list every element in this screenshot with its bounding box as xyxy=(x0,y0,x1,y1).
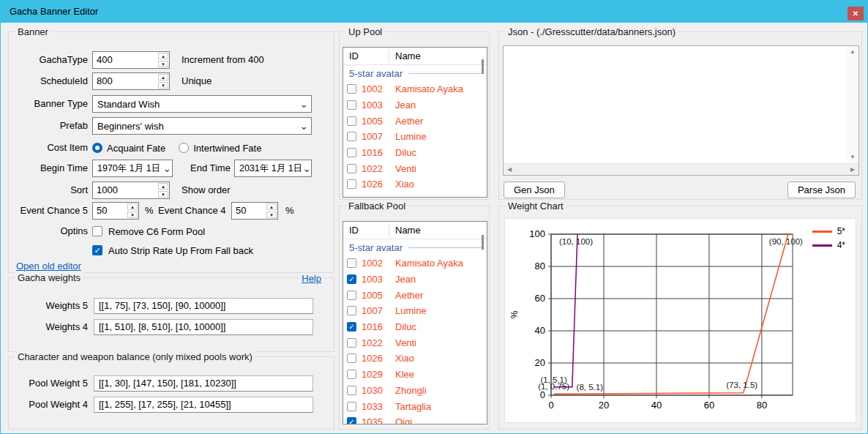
scrollbar-thumb[interactable] xyxy=(482,235,484,250)
banner-type-select[interactable]: Standard Wish ⌄ xyxy=(92,95,312,113)
svg-text:20: 20 xyxy=(599,400,609,411)
vertical-scrollbar[interactable]: ▲ ▼ xyxy=(847,46,858,163)
row-checkbox[interactable]: ✓ xyxy=(347,322,356,332)
pool-row[interactable]: 1030Zhongli xyxy=(343,383,487,399)
row-checkbox[interactable]: ✓ xyxy=(347,274,356,284)
weight-chart-title: Weight Chart xyxy=(505,201,566,212)
parse-json-button[interactable]: Parse Json xyxy=(787,182,856,198)
intertwined-fate-radio[interactable] xyxy=(179,143,189,153)
fallback-pool-list[interactable]: ID Name 5-star avatar 1002Kamisato Ayaka… xyxy=(343,221,487,424)
scheduleid-input[interactable]: 800 ▲ ▼ xyxy=(92,72,170,90)
gen-json-button[interactable]: Gen Json xyxy=(504,182,565,198)
acquaint-fate-radio[interactable] xyxy=(92,143,102,153)
row-checkbox[interactable] xyxy=(347,338,356,348)
close-button[interactable]: ✕ xyxy=(848,7,864,20)
pool-row[interactable]: 1022Venti xyxy=(343,334,487,351)
end-time-picker[interactable]: 2031年 1月 1日 ⌄ xyxy=(234,160,312,177)
up-pool-title: Up Pool xyxy=(345,26,385,37)
row-checkbox[interactable]: ✓ xyxy=(347,417,356,424)
event-chance-5-value: 50 xyxy=(93,203,127,219)
row-checkbox[interactable] xyxy=(347,370,356,379)
scrollbar-thumb[interactable] xyxy=(482,59,484,74)
row-checkbox[interactable] xyxy=(347,179,356,189)
gachatype-input[interactable]: 400 ▲ ▼ xyxy=(92,51,170,69)
spin-up-icon[interactable]: ▲ xyxy=(266,203,277,210)
pool-row[interactable]: 1016Diluc xyxy=(343,145,487,161)
json-textarea[interactable]: ▲ ▼ ◀ ▶ xyxy=(503,45,859,176)
spin-down-icon[interactable]: ▼ xyxy=(127,212,138,218)
weights-5-input[interactable]: [[1, 75], [73, 150], [90, 10000]] xyxy=(94,298,313,314)
pool-row[interactable]: ✓1003Jean xyxy=(343,272,487,288)
pool-row[interactable]: 1022Venti xyxy=(343,160,487,176)
row-checkbox[interactable] xyxy=(347,353,356,363)
pool-weight-5-input[interactable]: [[1, 30], [147, 150], [181, 10230]] xyxy=(94,375,313,392)
svg-text:0: 0 xyxy=(548,400,553,411)
begin-time-picker[interactable]: 1970年 1月 1日 ⌄ xyxy=(92,160,173,177)
chart-legend: 5*4* xyxy=(812,226,845,254)
prefab-label: Prefab xyxy=(12,117,88,135)
row-checkbox[interactable] xyxy=(347,258,356,268)
row-checkbox[interactable] xyxy=(347,132,356,141)
row-checkbox[interactable] xyxy=(347,148,356,157)
event-chance-5-input[interactable]: 50 ▲ ▼ xyxy=(92,202,139,220)
pool-row[interactable]: 1026Xiao xyxy=(343,176,487,192)
row-name: Diluc xyxy=(395,147,416,158)
scroll-up-icon[interactable]: ▲ xyxy=(847,46,858,58)
weights-4-input[interactable]: [[1, 510], [8, 510], [10, 10000]] xyxy=(94,319,313,335)
row-checkbox[interactable] xyxy=(347,164,356,173)
pool-row[interactable]: 1026Xiao xyxy=(343,351,487,367)
pool-row[interactable]: 1007Lumine xyxy=(343,303,487,319)
row-checkbox[interactable] xyxy=(347,386,356,395)
spin-up-icon[interactable]: ▲ xyxy=(158,74,168,81)
pool-row[interactable]: 1005Aether xyxy=(343,113,487,129)
remove-c6-checkbox[interactable] xyxy=(92,226,102,236)
spin-up-icon[interactable]: ▲ xyxy=(158,53,168,59)
pool-row[interactable]: ✓1016Diluc xyxy=(343,319,487,335)
spin-down-icon[interactable]: ▼ xyxy=(158,61,168,67)
open-old-editor-link[interactable]: Open old editor xyxy=(16,261,81,272)
svg-text:(1, 0.75): (1, 0.75) xyxy=(538,382,569,391)
title-bar[interactable]: Gacha Banner Editor ✕ xyxy=(1,1,867,23)
pool-row[interactable]: ✓1035Qiqi xyxy=(343,414,487,424)
up-pool-list[interactable]: ID Name 5-star avatar 1002Kamisato Ayaka… xyxy=(343,47,487,198)
scroll-left-icon[interactable]: ◀ xyxy=(504,164,515,176)
row-checkbox[interactable] xyxy=(347,84,356,94)
row-checkbox[interactable] xyxy=(347,306,356,315)
pool-row[interactable]: 1002Kamisato Ayaka xyxy=(343,255,487,272)
scroll-right-icon[interactable]: ▶ xyxy=(847,164,858,176)
spin-down-icon[interactable]: ▼ xyxy=(158,82,168,89)
pool-section-header[interactable]: 5-star avatar xyxy=(343,239,487,255)
fallback-pool-group: Fallback Pool ID Name 5-star avatar 1002… xyxy=(339,206,490,430)
spin-down-icon[interactable]: ▼ xyxy=(266,212,277,218)
row-checkbox[interactable] xyxy=(347,100,356,110)
scroll-down-icon[interactable]: ▼ xyxy=(847,151,858,163)
auto-strip-checkbox[interactable]: ✓ xyxy=(92,245,102,255)
weight-chart-group: Weight Chart 020406080020406080100%(10, … xyxy=(498,206,862,430)
pool-row[interactable]: 1005Aether xyxy=(343,287,487,303)
pool-row[interactable]: 1003Jean xyxy=(343,97,487,113)
sort-input[interactable]: 1000 ▲ ▼ xyxy=(92,182,170,199)
row-checkbox[interactable] xyxy=(347,116,356,126)
event-chance-5-label: Event Chance 5 xyxy=(12,202,88,220)
pool-weight-4-input[interactable]: [[1, 255], [17, 255], [21, 10455]] xyxy=(94,397,313,413)
event-chance-4-input[interactable]: 50 ▲ ▼ xyxy=(231,202,278,220)
gacha-banner-editor-window: Gacha Banner Editor ✕ Banner GachaType 4… xyxy=(0,0,868,434)
weight-chart: 020406080020406080100%(10, 100)(90, 100)… xyxy=(504,218,856,423)
row-checkbox[interactable] xyxy=(347,291,356,300)
help-link[interactable]: Help xyxy=(299,273,323,284)
horizontal-scrollbar[interactable]: ◀ ▶ xyxy=(504,163,858,175)
pool-row[interactable]: 1033Tartaglia xyxy=(343,398,487,414)
prefab-select[interactable]: Beginners' wish ⌄ xyxy=(92,117,312,135)
pool-row[interactable]: 1002Kamisato Ayaka xyxy=(343,81,487,97)
row-id: 1005 xyxy=(362,290,391,301)
up-pool-rows: 1002Kamisato Ayaka1003Jean1005Aether1007… xyxy=(343,81,487,192)
pool-section-header[interactable]: 5-star avatar xyxy=(343,65,487,81)
pool-row[interactable]: 1007Lumine xyxy=(343,129,487,145)
end-time-value: 2031年 1月 1日 xyxy=(235,162,302,175)
up-pool-header: ID Name xyxy=(343,48,487,65)
row-checkbox[interactable] xyxy=(347,402,356,411)
spin-down-icon[interactable]: ▼ xyxy=(158,191,168,198)
pool-row[interactable]: 1029Klee xyxy=(343,367,487,383)
spin-up-icon[interactable]: ▲ xyxy=(158,183,168,190)
spin-up-icon[interactable]: ▲ xyxy=(127,203,138,210)
